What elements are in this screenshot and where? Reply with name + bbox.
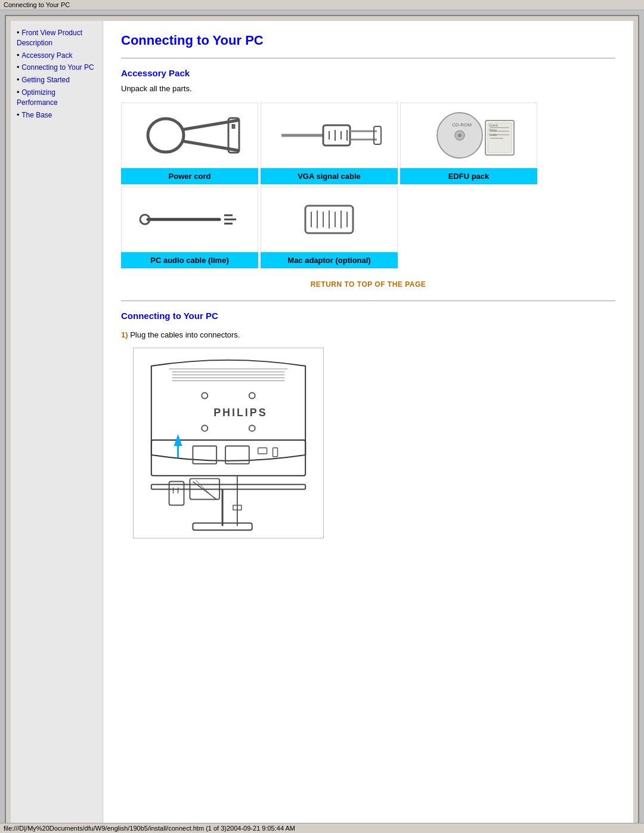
sidebar-link-performance[interactable]: Optimizing Performance	[17, 88, 58, 107]
power-cord-label: Power cord	[121, 168, 258, 184]
mac-adaptor-image	[261, 187, 398, 252]
sidebar-link-base[interactable]: The Base	[21, 111, 52, 119]
audio-cable-svg	[136, 193, 243, 246]
svg-rect-54	[258, 448, 267, 454]
svg-text:Quick: Quick	[489, 123, 499, 127]
outer-frame: Front View Product Description Accessory…	[5, 15, 639, 832]
sidebar-item-performance[interactable]: Optimizing Performance	[17, 88, 97, 108]
accessory-audio-cable: PC audio cable (lime)	[121, 187, 258, 268]
mac-adaptor-label: Mac adaptor (optional)	[261, 252, 398, 268]
svg-point-49	[202, 425, 208, 431]
status-bar-text: file:///D|/My%20Documents/dfu/W9/english…	[4, 825, 295, 832]
connecting-section-title: Connecting to Your PC	[121, 311, 615, 321]
return-to-top-link[interactable]: RETURN TO TOP OF THE PAGE	[121, 280, 615, 289]
audio-cable-label: PC audio cable (lime)	[121, 252, 258, 268]
svg-text:Setup: Setup	[489, 128, 497, 132]
accessory-edfu: CD-ROM Quick Setup Guide	[400, 103, 537, 184]
accessory-row-2: PC audio cable (lime)	[121, 187, 615, 268]
vga-cable-svg	[275, 109, 383, 162]
sidebar: Front View Product Description Accessory…	[11, 21, 103, 826]
svg-point-50	[249, 425, 255, 431]
inner-frame: Front View Product Description Accessory…	[11, 21, 633, 826]
svg-rect-55	[273, 448, 278, 457]
edfu-svg: CD-ROM Quick Setup Guide	[415, 109, 522, 162]
audio-cable-image	[121, 187, 258, 252]
main-content: Connecting to Your PC Accessory Pack Unp…	[103, 21, 633, 826]
accessory-section-title: Accessory Pack	[121, 68, 615, 78]
svg-point-47	[249, 393, 255, 399]
edfu-label: EDFU pack	[400, 168, 537, 184]
step-number: 1)	[121, 330, 128, 339]
sidebar-link-getting-started[interactable]: Getting Started	[21, 76, 70, 84]
divider-middle	[121, 301, 615, 301]
svg-rect-66	[151, 485, 305, 490]
sidebar-item-front-view[interactable]: Front View Product Description	[17, 28, 97, 48]
svg-rect-7	[323, 125, 350, 145]
title-bar-text: Connecting to Your PC	[4, 1, 70, 8]
power-cord-image	[121, 103, 258, 168]
accessory-row-1: Power cord	[121, 103, 615, 184]
unpack-text: Unpack all the parts.	[121, 84, 615, 93]
svg-text:PHILIPS: PHILIPS	[213, 407, 267, 419]
mac-adaptor-svg	[275, 193, 383, 246]
step-1-text: 1) Plug the cables into connectors.	[121, 330, 615, 339]
sidebar-link-connecting[interactable]: Connecting to Your PC	[21, 63, 94, 72]
sidebar-item-base[interactable]: The Base	[17, 110, 97, 120]
sidebar-item-accessory[interactable]: Accessory Pack	[17, 51, 97, 61]
vga-cable-label: VGA signal cable	[261, 168, 398, 184]
page-title: Connecting to Your PC	[121, 33, 615, 48]
power-cord-svg	[136, 109, 243, 162]
accessory-power-cord: Power cord	[121, 103, 258, 184]
vga-cable-image	[261, 103, 398, 168]
status-bar: file:///D|/My%20Documents/dfu/W9/english…	[0, 823, 644, 833]
monitor-diagram-svg: PHILIPS	[133, 348, 324, 538]
sidebar-link-accessory[interactable]: Accessory Pack	[21, 51, 72, 60]
svg-text:CD-ROM: CD-ROM	[452, 122, 472, 128]
sidebar-link-front-view[interactable]: Front View Product Description	[17, 29, 82, 47]
step-1-description: Plug the cables into connectors.	[130, 330, 240, 339]
svg-point-17	[458, 134, 462, 137]
svg-text:Guide: Guide	[489, 133, 497, 137]
svg-point-0	[148, 119, 184, 152]
svg-point-46	[202, 393, 208, 399]
accessories-grid: Power cord	[121, 103, 615, 268]
sidebar-item-getting-started[interactable]: Getting Started	[17, 75, 97, 85]
title-bar: Connecting to Your PC	[0, 0, 644, 10]
svg-rect-14	[374, 126, 381, 144]
svg-rect-61	[169, 482, 184, 506]
svg-rect-3	[228, 118, 239, 153]
edfu-image: CD-ROM Quick Setup Guide	[400, 103, 537, 168]
monitor-diagram-container: PHILIPS	[133, 348, 615, 540]
accessory-vga-cable: VGA signal cable	[261, 103, 398, 184]
sidebar-nav: Front View Product Description Accessory…	[17, 28, 97, 120]
divider-top	[121, 58, 615, 58]
sidebar-item-connecting[interactable]: Connecting to Your PC	[17, 63, 97, 73]
accessory-mac-adaptor: Mac adaptor (optional)	[261, 187, 398, 268]
